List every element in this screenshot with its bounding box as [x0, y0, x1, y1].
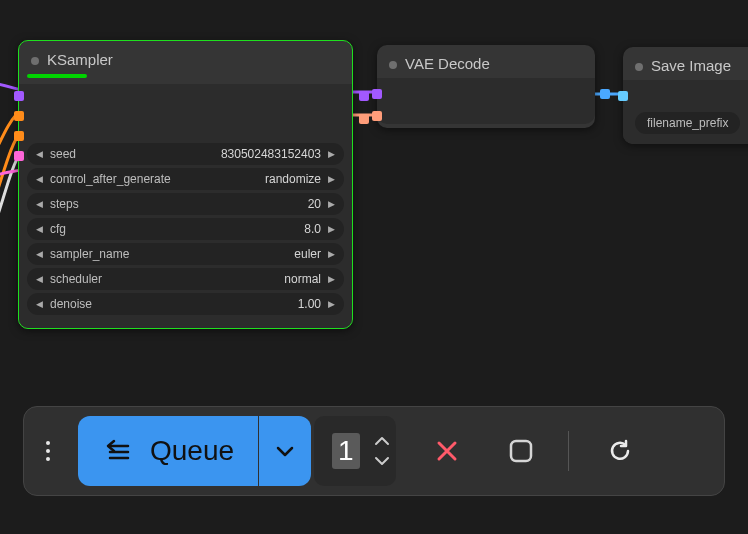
chevron-right-icon: ▶ — [323, 274, 340, 284]
param-denoise[interactable]: ◀ denoise 1.00 ▶ — [27, 293, 344, 315]
queue-button[interactable]: Queue — [78, 416, 258, 486]
port-aux-out[interactable] — [359, 114, 369, 124]
param-control-after-generate[interactable]: ◀ control_after_generate randomize ▶ — [27, 168, 344, 190]
menu-button[interactable] — [46, 441, 50, 461]
chevron-left-icon: ◀ — [31, 274, 48, 284]
node-ksampler[interactable]: KSampler ◀ seed 830502483152403 ▶ ◀ cont… — [18, 40, 353, 329]
param-sampler-name[interactable]: ◀ sampler_name euler ▶ — [27, 243, 344, 265]
chevron-left-icon: ◀ — [31, 299, 48, 309]
port-negative-in[interactable] — [14, 131, 24, 141]
node-title: Save Image — [623, 47, 748, 80]
node-save-image[interactable]: Save Image filename_prefix — [623, 47, 748, 144]
queue-icon — [104, 438, 132, 464]
chevron-left-icon: ◀ — [31, 174, 48, 184]
chevron-right-icon: ▶ — [323, 174, 340, 184]
port-latent-out[interactable] — [359, 91, 369, 101]
param-filename-prefix[interactable]: filename_prefix — [635, 112, 740, 134]
chevron-down-icon — [274, 440, 296, 462]
node-vae-decode[interactable]: VAE Decode — [377, 45, 595, 128]
port-model-in[interactable] — [14, 91, 24, 101]
chevron-right-icon: ▶ — [323, 299, 340, 309]
batch-count-input[interactable]: 1 — [314, 416, 396, 486]
chevron-right-icon: ▶ — [323, 224, 340, 234]
param-steps[interactable]: ◀ steps 20 ▶ — [27, 193, 344, 215]
queue-label: Queue — [150, 435, 234, 467]
node-title: VAE Decode — [377, 45, 595, 78]
close-icon — [434, 438, 460, 464]
cancel-button[interactable] — [424, 428, 470, 474]
chevron-right-icon: ▶ — [323, 199, 340, 209]
node-title: KSampler — [19, 41, 352, 74]
refresh-button[interactable] — [597, 428, 643, 474]
chevron-left-icon: ◀ — [31, 149, 48, 159]
stop-icon — [507, 437, 535, 465]
chevron-left-icon: ◀ — [31, 249, 48, 259]
param-scheduler[interactable]: ◀ scheduler normal ▶ — [27, 268, 344, 290]
divider — [568, 431, 569, 471]
port-image-out[interactable] — [600, 89, 610, 99]
chevron-left-icon: ◀ — [31, 199, 48, 209]
port-images-in[interactable] — [618, 91, 628, 101]
param-cfg[interactable]: ◀ cfg 8.0 ▶ — [27, 218, 344, 240]
batch-count-value: 1 — [332, 433, 360, 469]
param-seed[interactable]: ◀ seed 830502483152403 ▶ — [27, 143, 344, 165]
port-vae-in[interactable] — [372, 111, 382, 121]
decrement-button[interactable] — [374, 456, 390, 466]
svg-rect-0 — [511, 441, 531, 461]
port-latent-in[interactable] — [14, 151, 24, 161]
queue-dropdown[interactable] — [259, 416, 311, 486]
chevron-right-icon: ▶ — [323, 249, 340, 259]
bottom-toolbar: Queue 1 — [23, 406, 725, 496]
port-positive-in[interactable] — [14, 111, 24, 121]
port-samples-in[interactable] — [372, 89, 382, 99]
progress-bar — [27, 74, 87, 78]
stop-button[interactable] — [498, 428, 544, 474]
increment-button[interactable] — [374, 436, 390, 446]
chevron-right-icon: ▶ — [323, 149, 340, 159]
chevron-left-icon: ◀ — [31, 224, 48, 234]
refresh-icon — [607, 438, 633, 464]
